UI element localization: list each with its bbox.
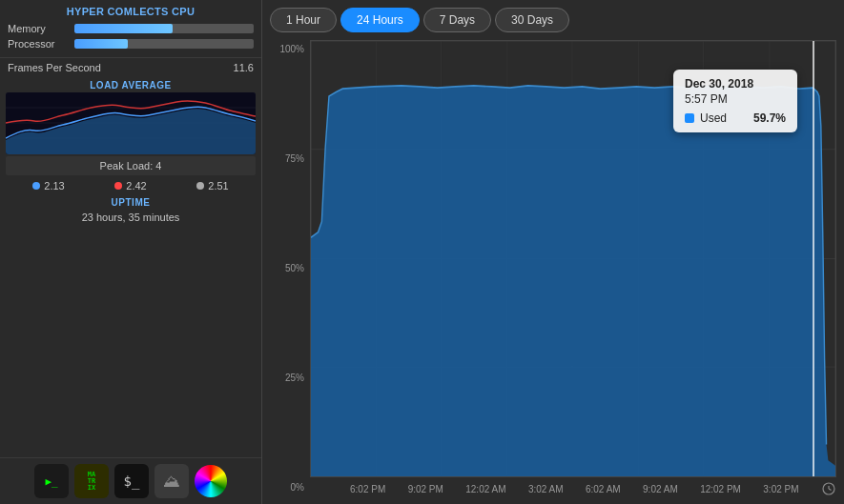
fps-label: Frames Per Second (8, 62, 101, 73)
fps-value: 11.6 (234, 62, 254, 73)
load-val-1: 2.13 (32, 180, 64, 192)
tab-1-hour[interactable]: 1 Hour (270, 8, 337, 32)
chart-area: 100% 75% 50% 25% 0% (270, 40, 836, 496)
dot-blue (32, 182, 40, 190)
load-val-3-text: 2.51 (208, 180, 228, 192)
svg-line-21 (829, 489, 832, 491)
x-axis: 6:02 PM 9:02 PM 12:02 AM 3:02 AM 6:02 AM… (310, 477, 836, 496)
clock-icon (821, 481, 836, 496)
x-label-8: 3:02 PM (763, 484, 798, 494)
fps-row: Frames Per Second 11.6 (0, 57, 261, 77)
memory-bar-bg (74, 24, 254, 33)
load-values: 2.13 2.42 2.51 (0, 177, 261, 194)
panel-title: HYPER COMLECTS CPU (0, 0, 261, 19)
dock-icons: ▶_ MATRIX $_ ⛰ (0, 457, 261, 504)
mini-chart (6, 92, 256, 154)
processor-bar-bg (74, 39, 254, 49)
peak-load: Peak Load: 4 (6, 156, 256, 175)
dock-icon-matrix[interactable]: MATRIX (74, 464, 109, 498)
memory-row: Memory (8, 23, 254, 34)
right-panel: 1 Hour 24 Hours 7 Days 30 Days 100% 75% … (262, 0, 844, 504)
dot-gray (196, 182, 204, 190)
load-val-2: 2.42 (114, 180, 146, 192)
resource-rows: Memory Processor (0, 19, 261, 55)
uptime-title: UPTIME (0, 194, 261, 210)
y-label-75: 75% (285, 153, 304, 164)
y-axis: 100% 75% 50% 25% 0% (270, 40, 310, 496)
processor-bar-fill (74, 39, 128, 49)
dock-icon-terminal2[interactable]: $_ (114, 464, 149, 498)
left-panel: HYPER COMLECTS CPU Memory Processor Fram… (0, 0, 262, 504)
tab-24-hours[interactable]: 24 Hours (340, 8, 420, 32)
x-label-3: 12:02 AM (465, 484, 505, 494)
tab-30-days[interactable]: 30 Days (495, 8, 569, 32)
dot-red (114, 182, 122, 190)
y-label-50: 50% (285, 263, 304, 273)
chart-column: Dec 30, 2018 5:57 PM Used 59.7% 6:02 PM … (310, 40, 836, 496)
memory-bar-fill (74, 24, 173, 33)
x-label-7: 12:02 PM (700, 484, 741, 494)
time-tabs: 1 Hour 24 Hours 7 Days 30 Days (270, 8, 836, 32)
y-label-100: 100% (279, 44, 304, 54)
x-label-4: 3:02 AM (528, 484, 564, 494)
uptime-value: 23 hours, 35 minutes (0, 210, 261, 227)
load-val-2-text: 2.42 (126, 180, 146, 192)
load-average-title: LOAD AVERAGE (0, 77, 261, 92)
load-val-1-text: 2.13 (44, 180, 64, 192)
x-label-1: 6:02 PM (350, 484, 385, 494)
x-label-6: 9:02 AM (643, 484, 678, 494)
dock-icon-mountain[interactable]: ⛰ (154, 464, 189, 498)
x-label-5: 6:02 AM (586, 484, 621, 494)
tab-7-days[interactable]: 7 Days (423, 8, 491, 32)
y-label-25: 25% (285, 373, 304, 383)
x-label-2: 9:02 PM (408, 484, 443, 494)
load-val-3: 2.51 (196, 180, 228, 192)
processor-row: Processor (8, 38, 254, 50)
chart-main: Dec 30, 2018 5:57 PM Used 59.7% (310, 40, 836, 477)
processor-label: Processor (8, 38, 74, 50)
memory-label: Memory (8, 23, 74, 34)
y-label-0: 0% (291, 482, 304, 493)
dock-icon-color-wheel[interactable] (195, 465, 227, 497)
dock-icon-terminal[interactable]: ▶_ (34, 464, 69, 498)
